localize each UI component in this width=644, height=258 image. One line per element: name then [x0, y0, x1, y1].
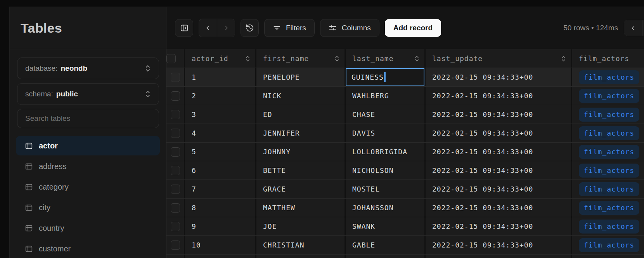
cell-last_name[interactable]: DAVIS — [346, 124, 426, 142]
sort-icon[interactable] — [245, 55, 251, 63]
row-checkbox[interactable] — [171, 110, 180, 119]
add-record-button[interactable]: Add record — [385, 19, 441, 37]
cell-last_update[interactable]: 2022-02-15 09:34:33+00 — [426, 68, 572, 86]
cell-first_name[interactable]: BETTE — [256, 161, 346, 180]
schema-select[interactable]: schema: public — [17, 83, 159, 105]
table-row: 9JOESWANK2022-02-15 09:34:33+00film_acto… — [166, 217, 644, 236]
row-checkbox[interactable] — [171, 222, 180, 231]
toggle-sidebar-button[interactable] — [175, 19, 193, 37]
cell-film_actors[interactable]: film_actors — [572, 143, 644, 161]
cell-film_actors[interactable]: film_actors — [572, 161, 644, 180]
row-checkbox[interactable] — [171, 203, 180, 213]
cell-actor_id[interactable]: 2 — [185, 87, 256, 105]
row-checkbox[interactable] — [171, 241, 180, 250]
sidebar-item-country[interactable]: country — [16, 218, 160, 238]
relation-badge[interactable]: film_actors — [579, 164, 639, 178]
relation-badge[interactable]: film_actors — [579, 145, 639, 159]
row-checkbox[interactable] — [171, 185, 180, 194]
cell-film_actors[interactable]: film_actors — [572, 105, 644, 124]
cell-first_name[interactable]: MATTHEW — [256, 199, 346, 217]
filters-button[interactable]: Filters — [264, 19, 315, 37]
cell-first_name[interactable]: PENELOPE — [256, 68, 346, 86]
sidebar-item-actor[interactable]: actor — [16, 136, 160, 155]
cell-last_name[interactable]: JOHANSSON — [346, 199, 426, 217]
cell-first_name[interactable]: JENNIFER — [256, 124, 346, 142]
cell-last_update[interactable]: 2022-02-15 09:34:33+00 — [426, 236, 572, 254]
sort-icon[interactable] — [561, 55, 566, 63]
cell-last_update[interactable]: 2022-02-15 09:34:33+00 — [426, 161, 572, 180]
cell-actor_id[interactable]: 3 — [185, 105, 256, 124]
cell-last_update[interactable]: 2022-02-15 09:34:33+00 — [426, 217, 572, 235]
relation-badge[interactable]: film_actors — [579, 238, 639, 252]
columns-button[interactable]: Columns — [320, 19, 379, 37]
cell-film_actors[interactable]: film_actors — [572, 236, 644, 254]
cell-film_actors[interactable]: film_actors — [572, 124, 644, 142]
cell-last_name[interactable]: GUINESS — [346, 68, 426, 86]
cell-last_update[interactable]: 2022-02-15 09:34:33+00 — [426, 199, 572, 217]
sidebar-item-category[interactable]: category — [16, 177, 160, 197]
back-button[interactable] — [199, 19, 217, 37]
relation-badge[interactable]: film_actors — [579, 89, 639, 103]
cell-last_name[interactable]: GABLE — [346, 236, 426, 254]
column-header-film_actors[interactable]: film_actors — [572, 49, 644, 68]
cell-first_name[interactable]: CHRISTIAN — [256, 236, 346, 254]
cell-first_name[interactable]: NICK — [256, 87, 346, 105]
cell-last_update[interactable]: 2022-02-15 09:34:33+00 — [426, 180, 572, 198]
cell-film_actors[interactable]: film_actors — [572, 68, 644, 86]
cell-first_name[interactable]: JOE — [256, 217, 346, 235]
relation-badge[interactable]: film_actors — [579, 126, 639, 140]
row-checkbox[interactable] — [171, 166, 180, 175]
relation-badge[interactable]: film_actors — [579, 201, 639, 215]
cell-actor_id[interactable]: 7 — [185, 180, 256, 198]
cell-film_actors[interactable]: film_actors — [572, 87, 644, 105]
cell-film_actors[interactable]: film_actors — [572, 180, 644, 198]
relation-badge[interactable]: film_actors — [579, 182, 639, 196]
cell-actor_id[interactable]: 10 — [185, 236, 256, 254]
row-checkbox[interactable] — [171, 73, 180, 82]
column-header-last_update[interactable]: last_update — [426, 49, 572, 68]
cell-film_actors[interactable]: film_actors — [572, 199, 644, 217]
cell-actor_id[interactable]: 5 — [185, 143, 256, 161]
cell-last_name[interactable]: NICHOLSON — [346, 161, 426, 180]
sidebar-item-customer[interactable]: customer — [16, 239, 160, 258]
select-all-checkbox[interactable] — [166, 54, 176, 63]
cell-last_update[interactable]: 2022-02-15 09:34:33+00 — [426, 143, 572, 161]
sort-icon[interactable] — [414, 55, 420, 63]
cell-last_update[interactable]: 2022-02-15 09:34:33+00 — [426, 105, 572, 124]
cell-first_name[interactable]: ED — [256, 105, 346, 124]
cell-actor_id[interactable]: 1 — [185, 68, 256, 86]
cell-last_update[interactable]: 2022-02-15 09:34:33+00 — [426, 87, 572, 105]
cell-first_name[interactable]: JOHNNY — [256, 143, 346, 161]
row-checkbox[interactable] — [171, 147, 180, 157]
cell-film_actors[interactable]: film_actors — [572, 217, 644, 235]
sort-icon[interactable] — [334, 55, 340, 63]
database-select[interactable]: database: neondb — [17, 58, 159, 79]
cell-actor_id[interactable]: 6 — [185, 161, 256, 180]
cell-actor_id[interactable]: 4 — [185, 124, 256, 142]
search-input[interactable] — [25, 114, 151, 123]
column-header-actor_id[interactable]: actor_id — [185, 49, 256, 68]
cell-last_name[interactable]: WAHLBERG — [346, 87, 426, 105]
column-header-last_name[interactable]: last_name — [346, 49, 426, 68]
cell-last_name[interactable]: MOSTEL — [346, 180, 426, 198]
relation-badge[interactable]: film_actors — [579, 70, 639, 84]
prev-page-button[interactable] — [624, 20, 642, 36]
cell-first_name[interactable]: GRACE — [256, 180, 346, 198]
row-checkbox[interactable] — [171, 91, 180, 101]
column-header-first_name[interactable]: first_name — [256, 49, 346, 68]
cell-last_update[interactable]: 2022-02-15 09:34:33+00 — [426, 124, 572, 142]
cell-film_actors — [572, 255, 644, 258]
cell-actor_id[interactable]: 9 — [185, 217, 256, 235]
relation-badge[interactable]: film_actors — [579, 108, 639, 122]
cell-last_name[interactable]: LOLLOBRIGIDA — [346, 143, 426, 161]
cell-last_name[interactable]: SWANK — [346, 217, 426, 235]
sidebar-item-address[interactable]: address — [16, 157, 160, 176]
cell-last_name[interactable]: CHASE — [346, 105, 426, 124]
row-checkbox[interactable] — [171, 129, 180, 138]
forward-button[interactable] — [217, 19, 235, 37]
cell-actor_id[interactable]: 8 — [185, 199, 256, 217]
next-page-button[interactable] — [642, 20, 644, 36]
relation-badge[interactable]: film_actors — [579, 220, 639, 234]
sidebar-item-city[interactable]: city — [16, 198, 160, 217]
history-button[interactable] — [241, 19, 259, 37]
